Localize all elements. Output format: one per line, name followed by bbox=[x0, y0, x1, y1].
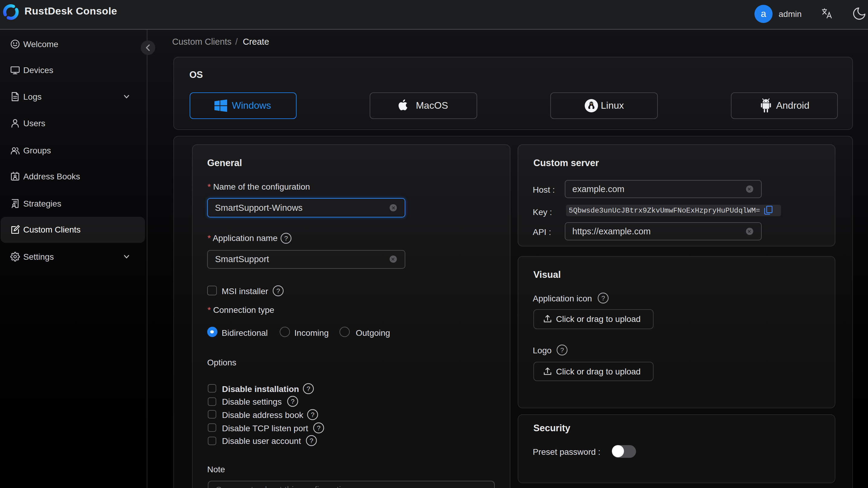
svg-text:?: ? bbox=[284, 234, 288, 242]
svg-text:?: ? bbox=[306, 385, 310, 392]
svg-text:?: ? bbox=[560, 346, 564, 354]
svg-text:?: ? bbox=[601, 294, 605, 302]
svg-text:?: ? bbox=[311, 411, 314, 419]
svg-text:?: ? bbox=[291, 398, 294, 405]
svg-text:?: ? bbox=[276, 287, 280, 295]
svg-text:?: ? bbox=[317, 424, 320, 431]
svg-text:?: ? bbox=[310, 437, 313, 445]
